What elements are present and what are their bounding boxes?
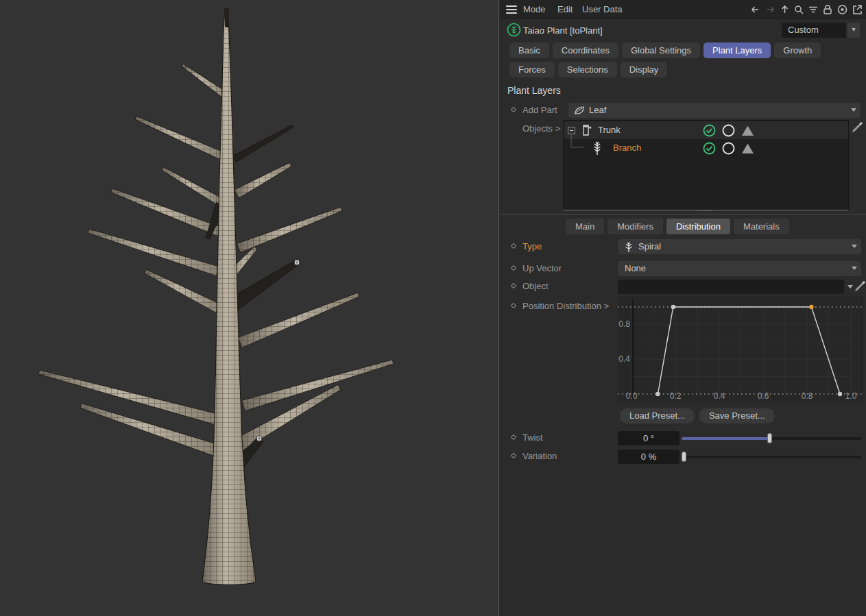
wireframe-tree-render [0,0,499,616]
preset-dropdown[interactable]: Custom [782,23,846,38]
lock-icon[interactable] [821,3,834,16]
branch-icon [590,140,605,156]
leaf-icon [573,105,586,116]
twist-slider[interactable] [682,437,861,440]
subtab-materials[interactable]: Materials [734,219,789,234]
panel-divider [500,214,866,214]
type-label: Type [522,241,542,251]
menu-mode[interactable]: Mode [523,4,546,14]
twist-value-field[interactable]: 0 ° [618,431,679,445]
svg-text:0.8: 0.8 [618,319,630,329]
object-name-branch[interactable]: Branch [613,143,641,153]
object-diamond-icon [511,283,516,288]
add-part-label: Add Part [522,105,557,115]
position-distribution-label: Position Distribution > [522,301,609,311]
position-distribution-diamond-icon [511,303,516,308]
tab-basic[interactable]: Basic [509,42,549,58]
tab-selections[interactable]: Selections [558,62,617,77]
visibility-circle-icon[interactable] [722,142,735,155]
svg-text:0.8: 0.8 [802,391,813,401]
list-resize-handle[interactable]: ...... [563,205,849,212]
branch-toggles [703,142,754,155]
sub-tab-row: Main Modifiers Distribution Materials [566,219,789,234]
variation-slider-handle[interactable] [682,452,686,462]
position-distribution-graph[interactable]: 0.00.20.40.60.81.00.80.4 [618,296,863,403]
svg-text:0.6: 0.6 [758,391,769,401]
add-part-value: Leaf [589,105,606,115]
object-pick-eyedropper-icon[interactable] [853,278,866,293]
type-dropdown[interactable]: Spiral [618,239,861,254]
tree-indent-line [570,134,586,150]
add-part-diamond-icon [511,107,516,112]
plant-layer-object-list[interactable]: Trunk Branch [563,120,849,211]
up-vector-dropdown[interactable]: None [618,261,861,276]
tab-coordinates[interactable]: Coordinates [553,42,618,58]
svg-text:0.4: 0.4 [714,391,725,401]
variation-slider[interactable] [682,456,861,458]
trunk-toggles [703,124,754,137]
object-label: Object [522,281,549,291]
svg-text:1.0: 1.0 [845,391,857,401]
subtab-main[interactable]: Main [566,219,604,234]
svg-text:0.0: 0.0 [626,391,638,401]
external-link-icon[interactable] [851,3,863,16]
twist-slider-handle[interactable] [767,433,772,443]
object-header: Taiao Plant [toPlant] Custom ▾ [500,19,866,41]
target-icon[interactable] [836,3,849,16]
save-preset-button[interactable]: Save Preset... [699,408,775,423]
main-tab-row-2: Forces Selections Display [509,62,667,77]
tab-forces[interactable]: Forces [509,62,555,77]
triangle-icon[interactable] [741,142,754,155]
menu-edit[interactable]: Edit [557,4,573,14]
attribute-manager-panel: Mode Edit User Data Taiao Plant [toPlant… [500,0,866,616]
add-part-dropdown[interactable]: Leaf [568,103,861,118]
filter-icon[interactable] [807,3,819,16]
type-caret-icon[interactable] [852,245,857,248]
back-icon[interactable] [749,3,762,16]
viewport-3d[interactable] [0,0,499,616]
visibility-circle-icon[interactable] [722,124,735,137]
twist-slider-fill [682,437,769,440]
enabled-check-icon[interactable] [703,142,716,155]
tab-global-settings[interactable]: Global Settings [622,42,700,58]
menu-user-data[interactable]: User Data [582,4,623,14]
load-preset-button[interactable]: Load Preset... [620,408,695,423]
subtab-distribution[interactable]: Distribution [666,219,730,234]
type-diamond-icon [511,243,516,249]
main-tab-row-1: Basic Coordinates Global Settings Plant … [509,42,821,58]
object-link-field[interactable] [618,280,844,294]
hamburger-menu-icon[interactable] [506,5,517,16]
tab-plant-layers[interactable]: Plant Layers [703,42,771,58]
variation-value-field[interactable]: 0 % [618,449,679,464]
subtab-modifiers[interactable]: Modifiers [608,219,663,234]
object-name-trunk[interactable]: Trunk [598,125,621,135]
up-vector-caret-icon[interactable] [852,267,857,270]
enabled-check-icon[interactable] [703,124,716,137]
tab-display[interactable]: Display [621,62,668,77]
search-icon[interactable] [793,3,805,16]
object-row-branch[interactable]: Branch [564,139,848,157]
svg-text:0.2: 0.2 [670,391,682,401]
object-field-caret-icon[interactable] [847,285,853,288]
up-vector-diamond-icon [511,265,516,271]
objects-expand-chevron[interactable]: > [555,123,561,134]
up-icon[interactable] [779,3,791,16]
position-distribution-chevron[interactable]: > [604,301,610,311]
object-row-trunk[interactable]: Trunk [564,121,848,139]
svg-text:0.4: 0.4 [618,354,630,364]
add-part-caret-icon[interactable] [851,108,856,112]
pick-object-eyedropper-icon[interactable] [850,119,864,134]
twist-diamond-icon [511,434,516,440]
forward-icon[interactable] [764,3,777,16]
preset-button-row: Load Preset... Save Preset... [620,408,775,423]
variation-diamond-icon [511,453,516,458]
variation-label: Variation [522,451,557,461]
triangle-icon[interactable] [741,124,754,137]
type-value: Spiral [638,241,661,251]
tab-growth[interactable]: Growth [774,42,821,58]
object-title: Taiao Plant [toPlant] [523,25,603,36]
objects-label: Objects > [522,123,560,134]
section-title-plant-layers: Plant Layers [507,85,561,96]
preset-dropdown-arrow[interactable]: ▾ [847,23,860,38]
up-vector-label: Up Vector [522,263,562,273]
